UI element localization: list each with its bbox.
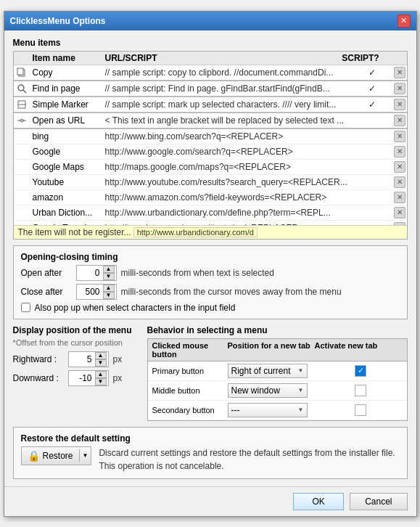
row-name-google: Google <box>30 147 102 157</box>
close-input[interactable]: 500 <box>77 286 103 298</box>
row-icon-copy <box>14 68 30 78</box>
beh-col3-header: Activate new tab <box>315 341 407 359</box>
table-row[interactable]: Urban Diction... http://www.urbandiction… <box>14 205 407 221</box>
timing-section: Opening-closing timing Open after 0 ▲ ▼ … <box>13 245 408 319</box>
header-script-col: SCRIPT? <box>341 53 381 63</box>
downward-increment[interactable]: ▲ <box>95 371 107 378</box>
close-spinner[interactable]: 500 ▲ ▼ <box>76 284 117 300</box>
table-row[interactable]: Copy // sample script: copy to clipbord.… <box>14 65 407 81</box>
display-label: Display position of the menu <box>13 325 140 335</box>
row-name-youtube: Youtube <box>30 177 102 187</box>
row-name-translate: Google Transl... <box>30 223 102 225</box>
rightward-decrement[interactable]: ▼ <box>95 359 107 367</box>
cancel-button[interactable]: Cancel <box>350 493 407 510</box>
row-name-urban: Urban Diction... <box>30 208 102 218</box>
primary-position-dropdown[interactable]: Right of current ▼ <box>228 364 308 378</box>
row-url-amazon: http://www.amazon.com/s?field-keywords=<… <box>102 192 353 203</box>
middle-activate[interactable] <box>315 385 407 396</box>
downward-decrement[interactable]: ▼ <box>95 378 107 385</box>
rightward-input[interactable]: 5 <box>69 354 95 365</box>
middle-position-dropdown[interactable]: New window ▼ <box>228 383 308 398</box>
row-name-url: Open as URL <box>30 115 102 126</box>
row-icon-find <box>14 83 30 94</box>
row-url-copy: // sample script: copy to clipbord. //do… <box>102 68 353 78</box>
row-delete-marker[interactable]: ✕ <box>392 99 407 110</box>
secondary-position[interactable]: --- ▼ <box>228 403 315 417</box>
row-icon-marker <box>14 99 30 110</box>
primary-position-value: Right of current <box>231 366 291 376</box>
open-timing-row: Open after 0 ▲ ▼ milli-seconds from when… <box>21 265 400 281</box>
table-body: Copy // sample script: copy to clipbord.… <box>14 65 407 225</box>
table-row[interactable]: amazon http://www.amazon.com/s?field-key… <box>14 190 407 205</box>
open-label: Open after <box>21 268 72 278</box>
secondary-activate[interactable] <box>315 404 407 416</box>
popup-checkbox-row[interactable]: Also pop up when select characters in th… <box>21 303 400 313</box>
downward-spinner[interactable]: -10 ▲ ▼ <box>68 370 109 386</box>
svg-rect-1 <box>17 68 23 75</box>
rightward-spinner[interactable]: 5 ▲ ▼ <box>68 351 109 367</box>
row-delete-find[interactable]: ✕ <box>392 83 407 94</box>
open-spinner[interactable]: 0 ▲ ▼ <box>76 265 117 281</box>
row-delete-bing[interactable]: ✕ <box>392 131 407 142</box>
close-label: Close after <box>21 287 72 297</box>
table-row[interactable]: bing http://www.bing.com/search?q=<REPLA… <box>14 129 407 144</box>
downward-unit: px <box>113 373 123 383</box>
middle-activate-checkbox[interactable] <box>355 385 366 396</box>
row-script-find: ✓ <box>353 83 392 94</box>
table-row[interactable]: Simple Marker // sample script: mark up … <box>14 97 407 113</box>
row-delete-amazon[interactable]: ✕ <box>392 192 407 203</box>
close-button[interactable]: ✕ <box>398 15 411 28</box>
table-row[interactable]: Google Maps http://maps.google.com/maps?… <box>14 160 407 175</box>
table-row[interactable]: Youtube http://www.youtube.com/results?s… <box>14 175 407 190</box>
row-name-bing: bing <box>30 131 102 142</box>
restore-dropdown-arrow[interactable]: ▼ <box>79 449 91 462</box>
popup-checkbox[interactable] <box>21 303 30 312</box>
row-delete-translate[interactable]: ✕ <box>392 222 407 225</box>
lock-icon: 🔒 <box>28 450 40 462</box>
row-name-copy: Copy <box>30 68 102 78</box>
table-row[interactable]: Open as URL < This text in angle bracket… <box>14 113 407 129</box>
restore-desc-line1: Discard current settings and restore the… <box>99 446 395 459</box>
middle-position[interactable]: New window ▼ <box>228 383 315 398</box>
downward-row: Downward : -10 ▲ ▼ px <box>13 370 140 386</box>
downward-input[interactable]: -10 <box>69 372 95 384</box>
restore-button-group[interactable]: 🔒 Restore ▼ <box>21 446 92 465</box>
open-input[interactable]: 0 <box>77 267 103 279</box>
primary-activate[interactable] <box>315 365 407 377</box>
table-row[interactable]: Find in page // sample script: Find in p… <box>14 81 407 97</box>
table-row[interactable]: Google http://www.google.com/search?q=<R… <box>14 144 407 160</box>
beh-col1-header: Clicked mouse button <box>148 341 228 359</box>
tooltip-text2: http://www.urbandictionary.com/d <box>133 227 258 237</box>
row-script-marker: ✓ <box>353 99 392 110</box>
open-increment[interactable]: ▲ <box>103 266 115 273</box>
open-desc: milli-seconds from when text is selected <box>121 268 274 278</box>
row-name-maps: Google Maps <box>30 162 102 172</box>
rightward-increment[interactable]: ▲ <box>95 352 107 359</box>
row-delete-youtube[interactable]: ✕ <box>392 176 407 188</box>
primary-position[interactable]: Right of current ▼ <box>228 364 315 378</box>
secondary-position-value: --- <box>231 405 240 415</box>
open-decrement[interactable]: ▼ <box>103 273 115 280</box>
middle-label: Middle button <box>148 386 228 395</box>
row-delete-maps[interactable]: ✕ <box>392 161 407 173</box>
secondary-position-dropdown[interactable]: --- ▼ <box>228 403 308 417</box>
row-delete-url[interactable]: ✕ <box>392 115 407 126</box>
row-url-url: < This text in angle bracket will be rep… <box>102 115 353 126</box>
primary-activate-checkbox[interactable] <box>355 365 366 377</box>
secondary-position-arrow: ▼ <box>298 407 304 413</box>
restore-main-button[interactable]: 🔒 Restore <box>22 447 79 465</box>
middle-position-arrow: ▼ <box>298 387 304 393</box>
row-url-bing: http://www.bing.com/search?q=<REPLACER> <box>102 131 353 142</box>
close-desc: milli-seconds from the cursor moves away… <box>121 287 342 297</box>
menu-items-table: Item name URL/SCRIPT SCRIPT? Copy / <box>13 51 408 240</box>
row-delete-copy[interactable]: ✕ <box>392 67 407 78</box>
behavior-row-primary: Primary button Right of current ▼ <box>148 361 407 381</box>
header-name-col: Item name <box>30 53 102 63</box>
row-delete-google[interactable]: ✕ <box>392 146 407 158</box>
close-decrement[interactable]: ▼ <box>103 292 115 299</box>
table-row[interactable]: Google Transl... http://translate.google… <box>14 221 407 225</box>
ok-button[interactable]: OK <box>293 493 344 510</box>
secondary-activate-checkbox[interactable] <box>355 404 366 416</box>
row-delete-urban[interactable]: ✕ <box>392 207 407 218</box>
close-increment[interactable]: ▲ <box>103 285 115 292</box>
